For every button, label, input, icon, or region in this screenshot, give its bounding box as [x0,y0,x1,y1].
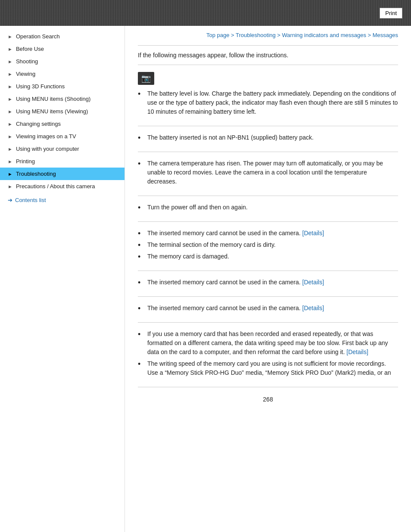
sidebar: ►Operation Search►Before Use►Shooting►Vi… [0,26,125,532]
list-item-text: The inserted memory card cannot be used … [147,278,324,287]
bullet-list: • The camera temperature has risen. The … [138,159,398,186]
sidebar-item-label: Using 3D Functions [16,83,65,90]
list-item: • The memory card is damaged. [138,252,398,261]
sidebar-item-label: Using MENU items (Shooting) [16,96,90,102]
list-item-text: The battery inserted is not an NP-BN1 (s… [147,133,314,142]
page-number: 268 [138,396,398,403]
section-6: • The inserted memory card cannot be use… [138,296,398,322]
sidebar-item-4[interactable]: ►Using 3D Functions [0,80,125,93]
list-item: • If you use a memory card that has been… [138,330,398,357]
sidebar-item-10[interactable]: ►Printing [0,155,125,168]
intro-text: If the following messages appear, follow… [138,52,398,59]
contents-list-link[interactable]: ➔ Contents list [0,193,125,208]
list-item-text: The writing speed of the memory card you… [147,359,398,377]
sidebar-arrow-icon: ► [8,47,12,52]
bullet-icon: • [138,279,145,286]
bullet-list: • The battery level is low. Charge the b… [138,89,398,116]
sidebar-arrow-icon: ► [8,159,12,164]
bullet-list: • Turn the power off and then on again. [138,203,398,212]
sidebar-item-11[interactable]: ►Troubleshooting [0,168,125,180]
list-item: • The inserted memory card cannot be use… [138,278,398,287]
bullet-icon: • [138,330,145,338]
sidebar-item-0[interactable]: ►Operation Search [0,30,125,43]
bullet-icon: • [138,204,145,212]
bullet-icon: • [138,134,145,142]
sections-area: 📷 • The battery level is low. Charge the… [138,65,398,387]
bullet-list: • The inserted memory card cannot be use… [138,229,398,261]
sidebar-item-6[interactable]: ►Using MENU items (Viewing) [0,105,125,118]
breadcrumb: Top page > Troubleshooting > Warning ind… [138,26,398,43]
sidebar-item-5[interactable]: ►Using MENU items (Shooting) [0,93,125,105]
sidebar-item-label: Before Use [16,46,44,52]
section-5: • The inserted memory card cannot be use… [138,271,398,296]
list-item-text: The memory card is damaged. [147,252,229,261]
main-content: Top page > Troubleshooting > Warning ind… [125,26,411,532]
sidebar-arrow-icon: ► [8,59,12,64]
section-2: • The camera temperature has risen. The … [138,152,398,196]
bullet-list: • If you use a memory card that has been… [138,330,398,377]
sidebar-arrow-icon: ► [8,96,12,102]
sidebar-item-label: Changing settings [16,121,61,127]
sidebar-item-label: Troubleshooting [16,171,56,177]
bullet-icon: • [138,90,145,98]
bullet-list: • The inserted memory card cannot be use… [138,304,398,313]
details-link[interactable]: [Details] [302,230,324,236]
list-item: • The terminal section of the memory car… [138,240,398,249]
breadcrumb-link-0[interactable]: Top page [206,32,230,38]
sidebar-item-label: Viewing images on a TV [16,133,76,140]
section-3: • Turn the power off and then on again. [138,196,398,221]
bullet-icon: • [138,253,145,261]
sidebar-arrow-icon: ► [8,171,12,177]
details-link[interactable]: [Details] [302,305,324,311]
sidebar-item-label: Shooting [16,58,38,65]
list-item-text: Turn the power off and then on again. [147,203,248,212]
details-link[interactable]: [Details] [302,279,324,286]
section-7: • If you use a memory card that has been… [138,322,398,387]
list-item: • The inserted memory card cannot be use… [138,229,398,238]
sidebar-item-7[interactable]: ►Changing settings [0,118,125,130]
bullet-icon: • [138,241,145,249]
list-item: • The writing speed of the memory card y… [138,359,398,377]
sidebar-item-label: Precautions / About this camera [16,183,95,190]
list-item-text: The inserted memory card cannot be used … [147,304,324,313]
sidebar-item-label: Using MENU items (Viewing) [16,108,88,115]
list-item: • The camera temperature has risen. The … [138,159,398,186]
sidebar-item-8[interactable]: ►Viewing images on a TV [0,130,125,143]
bullet-icon: • [138,160,145,168]
sidebar-arrow-icon: ► [8,121,12,127]
sidebar-arrow-icon: ► [8,134,12,139]
header-bar: Print [0,0,411,26]
breadcrumb-link-2[interactable]: Warning indicators and messages [282,32,366,38]
list-item: • The battery level is low. Charge the b… [138,89,398,116]
bullet-list: • The inserted memory card cannot be use… [138,278,398,287]
breadcrumb-link-3[interactable]: Messages [373,32,398,38]
list-item-text: The inserted memory card cannot be used … [147,229,324,238]
sidebar-item-label: Printing [16,158,35,165]
camera-icon: 📷 [138,72,154,85]
sidebar-arrow-icon: ► [8,146,12,152]
sidebar-item-3[interactable]: ►Viewing [0,68,125,80]
details-link[interactable]: [Details] [346,348,368,355]
list-item-text: If you use a memory card that has been r… [147,330,398,357]
sidebar-item-label: Operation Search [16,33,60,40]
sidebar-arrow-icon: ► [8,109,12,114]
contents-list-label: Contents list [15,197,46,203]
list-item: • The battery inserted is not an NP-BN1 … [138,133,398,142]
bullet-icon: • [138,305,145,312]
sidebar-item-9[interactable]: ►Using with your computer [0,143,125,155]
sidebar-item-2[interactable]: ►Shooting [0,55,125,68]
bullet-list: • The battery inserted is not an NP-BN1 … [138,133,398,142]
list-item-text: The camera temperature has risen. The po… [147,159,398,186]
sidebar-item-1[interactable]: ►Before Use [0,43,125,55]
sidebar-arrow-icon: ► [8,34,12,39]
sidebar-item-12[interactable]: ►Precautions / About this camera [0,180,125,193]
print-button[interactable]: Print [380,8,402,19]
list-item-text: The battery level is low. Charge the bat… [147,89,398,116]
bullet-icon: • [138,360,145,368]
list-item-text: The terminal section of the memory card … [147,240,276,249]
sidebar-arrow-icon: ► [8,184,12,189]
sidebar-arrow-icon: ► [8,84,12,89]
list-item: • The inserted memory card cannot be use… [138,304,398,313]
breadcrumb-link-1[interactable]: Troubleshooting [236,32,276,38]
page-layout: ►Operation Search►Before Use►Shooting►Vi… [0,26,411,532]
